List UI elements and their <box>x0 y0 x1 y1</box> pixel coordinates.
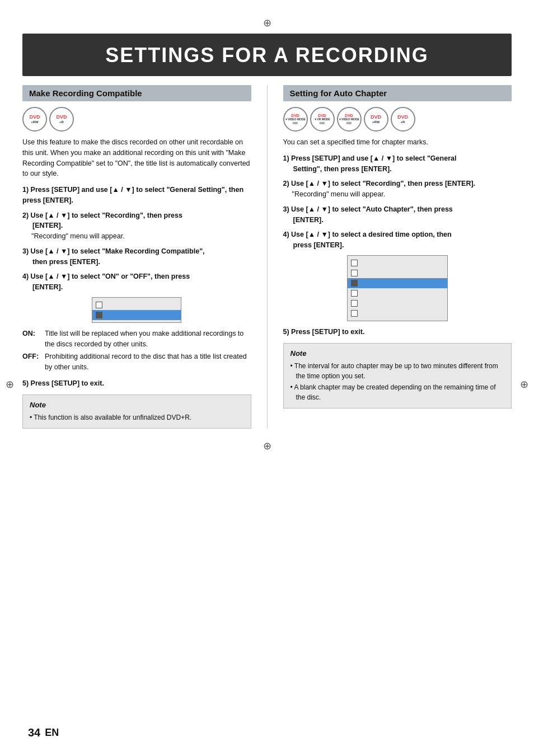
right-dvd-badges: DVD ▼VIDEO MODE RW DVD ▼VR MODE RW DVD <box>283 107 512 132</box>
crosshair-top-icon: ⊕ <box>22 17 512 29</box>
right-note-title: Note <box>291 348 505 359</box>
right-step-1: 1) Press [SETUP] and use [▲ / ▼] to sele… <box>283 153 512 175</box>
right-menu-row-2 <box>348 268 447 278</box>
left-intro-text: Use this feature to make the discs recor… <box>22 137 251 179</box>
left-note-title: Note <box>30 400 244 411</box>
crosshair-left-icon: ⊕ <box>6 378 14 391</box>
right-intro-text: You can set a specified time for chapter… <box>283 137 512 148</box>
right-note-box: Note The interval for auto chapter may b… <box>283 343 512 409</box>
right-step-5: 5) Press [SETUP] to exit. <box>283 327 512 337</box>
right-step-2: 2) Use [▲ / ▼] to select "Recording", th… <box>283 179 512 200</box>
page-number-block: 34 EN <box>28 726 59 739</box>
right-step-4: 4) Use [▲ / ▼] to select a desired time … <box>283 229 512 251</box>
right-menu-row-4 <box>348 288 447 298</box>
column-divider <box>267 85 268 429</box>
left-column: Make Recording Compatible DVD +RW DVD +R <box>22 85 251 429</box>
off-label: OFF: <box>22 351 40 373</box>
left-note-bullet-1: This function is also available for unfi… <box>30 412 244 422</box>
onoff-off: OFF: Prohibiting additional record to th… <box>22 351 251 373</box>
dvd-badge-rw: DVD +RW <box>22 107 47 132</box>
dvd-badge-plus-r: DVD +R <box>391 107 415 132</box>
right-step-3: 3) Use [▲ / ▼] to select "Auto Chapter",… <box>283 204 512 226</box>
menu-row-1 <box>92 300 181 310</box>
left-section-header: Make Recording Compatible <box>22 85 251 101</box>
right-checkbox-5 <box>351 300 358 307</box>
right-menu-row-3-selected <box>348 278 447 288</box>
left-step-4: 4) Use [▲ / ▼] to select "ON" or "OFF", … <box>22 271 251 293</box>
page-en-label: EN <box>45 727 59 739</box>
checkbox-2 <box>96 312 102 318</box>
left-steps: 1) Press [SETUP] and use [▲ / ▼] to sele… <box>22 185 251 293</box>
page-number: 34 <box>28 726 40 739</box>
left-menu-mockup <box>92 297 181 323</box>
left-step-3: 3) Use [▲ / ▼] to select "Make Recording… <box>22 246 251 267</box>
right-checkbox-1 <box>351 260 358 266</box>
content-columns: Make Recording Compatible DVD +RW DVD +R <box>22 85 512 429</box>
left-step-1: 1) Press [SETUP] and use [▲ / ▼] to sele… <box>22 185 251 206</box>
left-dvd-badges: DVD +RW DVD +R <box>22 107 251 132</box>
menu-row-2-selected <box>92 310 181 320</box>
right-checkbox-2 <box>351 270 358 276</box>
dvd-badge-r: DVD +R <box>49 107 74 132</box>
right-menu-row-5 <box>348 298 447 308</box>
dvd-badge-video-rw-1: DVD ▼VIDEO MODE RW <box>283 107 308 132</box>
right-steps: 1) Press [SETUP] and use [▲ / ▼] to sele… <box>283 153 512 251</box>
crosshair-right-icon: ⊕ <box>520 378 528 391</box>
right-menu-row-6 <box>348 308 447 318</box>
left-step-5: 5) Press [SETUP] to exit. <box>22 378 251 389</box>
onoff-on: ON: Title list will be replaced when you… <box>22 328 251 350</box>
checkbox-1 <box>96 302 102 308</box>
dvd-badge-video-rw-2: DVD ▼VIDEO MODE RW <box>337 107 362 132</box>
right-checkbox-6 <box>351 310 358 317</box>
left-step-2: 2) Use [▲ / ▼] to select "Recording", th… <box>22 210 251 242</box>
dvd-badge-plus-rw: DVD +RW <box>364 107 388 132</box>
on-desc: Title list will be replaced when you mak… <box>45 328 251 350</box>
right-menu-row-1 <box>348 258 447 268</box>
right-column: Setting for Auto Chapter DVD ▼VIDEO MODE… <box>283 85 512 408</box>
off-desc: Prohibiting additional record to the dis… <box>45 351 251 373</box>
on-label: ON: <box>22 328 40 350</box>
left-note-box: Note This function is also available for… <box>22 395 251 429</box>
right-note-bullet-2: A blank chapter may be created depending… <box>291 382 505 402</box>
right-checkbox-4 <box>351 290 358 297</box>
right-section-header: Setting for Auto Chapter <box>283 85 512 101</box>
onoff-list: ON: Title list will be replaced when you… <box>22 328 251 373</box>
dvd-badge-vr-rw: DVD ▼VR MODE RW <box>310 107 335 132</box>
main-title: SETTINGS FOR A RECORDING <box>22 34 512 76</box>
right-menu-mockup <box>347 255 448 321</box>
page: ⊕ ⊕ ⊕ SETTINGS FOR A RECORDING Make Reco… <box>0 0 534 756</box>
right-checkbox-3 <box>351 280 358 287</box>
right-note-bullet-1: The interval for auto chapter may be up … <box>291 361 505 381</box>
crosshair-bottom-icon: ⊕ <box>22 440 512 452</box>
